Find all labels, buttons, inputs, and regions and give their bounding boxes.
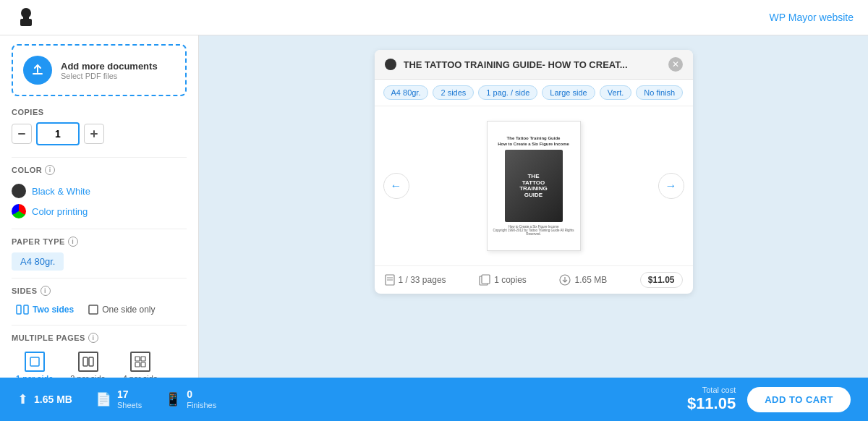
finishes-stat-label: Finishes bbox=[187, 401, 216, 410]
total-section: Total cost $11.05 ADD TO CART bbox=[687, 386, 851, 413]
pages-info-text: 1 / 33 pages bbox=[399, 275, 446, 285]
preview-area: THE TATTOO TRAINING GUIDE- HOW TO CREAT.… bbox=[199, 35, 868, 378]
multiple-pages-info-icon[interactable]: i bbox=[88, 333, 98, 343]
sidebar: Add more documents Select PDF files COPI… bbox=[0, 35, 199, 378]
sheets-stat-label: Sheets bbox=[117, 401, 142, 410]
paper-type-label: PAPER TYPE i bbox=[12, 237, 187, 247]
document-close-button[interactable]: ✕ bbox=[668, 57, 683, 72]
tag-finish: No finish bbox=[636, 85, 683, 100]
bottom-bar: ⬆ 1.65 MB 📄 17 Sheets 📱 0 Finishes Total… bbox=[0, 378, 868, 421]
total-amount: $11.05 bbox=[687, 394, 736, 413]
copies-decrease-button[interactable] bbox=[12, 124, 32, 144]
page-thumbnail: The Tattoo Training GuideHow to Create a… bbox=[487, 121, 581, 251]
svg-rect-7 bbox=[24, 305, 28, 314]
logo-area bbox=[14, 6, 38, 29]
sheets-stat: 📄 17 Sheets bbox=[95, 388, 142, 410]
color-info-icon[interactable]: i bbox=[45, 165, 55, 175]
sides-one-label: One side only bbox=[102, 305, 155, 315]
thumb-book-text: THETATTOOTRAININGGUIDE bbox=[519, 174, 548, 199]
pages-1pp-option[interactable]: 1 per side bbox=[12, 349, 57, 378]
next-page-button[interactable]: → bbox=[658, 173, 684, 199]
pages-4pp-icon bbox=[130, 352, 150, 372]
svg-rect-34 bbox=[482, 275, 490, 284]
filesize-info: 1.65 MB bbox=[559, 274, 607, 286]
pages-2pp-icon bbox=[78, 352, 98, 372]
copies-input[interactable]: 1 bbox=[36, 122, 80, 145]
document-icon-circle bbox=[385, 59, 396, 70]
color-option-color[interactable]: Color printing bbox=[12, 201, 187, 221]
upload-subtitle: Select PDF files bbox=[61, 72, 158, 80]
pages-2pp-option[interactable]: 2 per side bbox=[66, 349, 109, 378]
tag-pages-per-side: 1 pag. / side bbox=[478, 85, 537, 100]
thumb-footer: How to Create a Six Figure IncomeCopyrig… bbox=[492, 225, 576, 236]
sheets-stat-value: 17 bbox=[117, 388, 142, 401]
color-option-bw[interactable]: Black & White bbox=[12, 181, 187, 201]
top-bar: WP Mayor website bbox=[0, 0, 868, 35]
multiple-pages-label: MULTIPLE PAGES i bbox=[12, 333, 187, 343]
svg-rect-1 bbox=[20, 19, 32, 26]
copies-label: COPIES bbox=[12, 108, 187, 116]
filesize-stat: ⬆ 1.65 MB bbox=[17, 391, 72, 407]
copies-increase-button[interactable] bbox=[84, 124, 104, 144]
finishes-stat: 📱 0 Finishes bbox=[165, 388, 216, 410]
sheets-stat-icon: 📄 bbox=[95, 391, 111, 407]
upload-icon bbox=[23, 56, 52, 85]
document-info-bar: 1 / 33 pages 1 copies 1.65 MB $ bbox=[375, 265, 693, 294]
svg-rect-9 bbox=[30, 357, 39, 366]
svg-rect-3 bbox=[18, 133, 25, 135]
color-label-text: Color printing bbox=[32, 206, 88, 217]
svg-rect-12 bbox=[135, 357, 140, 361]
sides-label: SIDES i bbox=[12, 286, 187, 296]
filesize-stat-value: 1.65 MB bbox=[34, 394, 72, 406]
wp-mayor-logo bbox=[14, 6, 38, 29]
svg-rect-15 bbox=[141, 362, 145, 367]
document-tags: A4 80gr. 2 sides 1 pag. / side Large sid… bbox=[375, 80, 693, 106]
add-to-cart-button[interactable]: ADD TO CART bbox=[747, 387, 851, 412]
upload-title: Add more documents bbox=[61, 61, 158, 72]
sides-info-icon[interactable]: i bbox=[41, 286, 51, 296]
svg-rect-5 bbox=[90, 133, 98, 135]
bw-dot bbox=[12, 184, 26, 198]
svg-rect-8 bbox=[89, 305, 98, 314]
svg-rect-10 bbox=[83, 357, 88, 366]
color-dot bbox=[12, 204, 26, 218]
sides-one-button[interactable]: One side only bbox=[84, 302, 159, 318]
document-preview-body: ← The Tattoo Training GuideHow to Create… bbox=[375, 106, 693, 265]
color-label: COLOR i bbox=[12, 165, 187, 175]
document-card: THE TATTOO TRAINING GUIDE- HOW TO CREAT.… bbox=[375, 50, 693, 294]
sides-two-button[interactable]: Two sides bbox=[12, 302, 78, 318]
svg-rect-13 bbox=[141, 357, 145, 361]
copies-info: 1 copies bbox=[479, 274, 527, 286]
upload-area[interactable]: Add more documents Select PDF files bbox=[12, 44, 187, 96]
pages-1pp-icon bbox=[25, 352, 45, 372]
tag-paper: A4 80gr. bbox=[383, 85, 429, 100]
filesize-info-text: 1.65 MB bbox=[574, 275, 607, 285]
finishes-stat-value: 0 bbox=[187, 388, 216, 401]
main-content: Add more documents Select PDF files COPI… bbox=[0, 35, 868, 378]
document-price: $11.05 bbox=[640, 272, 683, 288]
sides-options: Two sides One side only bbox=[12, 302, 187, 318]
paper-type-info-icon[interactable]: i bbox=[68, 237, 78, 247]
total-label: Total cost bbox=[702, 386, 736, 394]
svg-rect-6 bbox=[17, 305, 21, 314]
thumb-book-cover: THETATTOOTRAININGGUIDE bbox=[505, 150, 563, 222]
sides-two-label: Two sides bbox=[33, 305, 74, 315]
tag-orientation: Vert. bbox=[600, 85, 632, 100]
copies-row: 1 bbox=[12, 122, 187, 145]
svg-rect-2 bbox=[23, 16, 29, 20]
prev-page-button[interactable]: ← bbox=[383, 173, 409, 199]
paper-type-button[interactable]: A4 80gr. bbox=[12, 252, 64, 271]
document-card-header: THE TATTOO TRAINING GUIDE- HOW TO CREAT.… bbox=[375, 50, 693, 80]
pages-4pp-option[interactable]: 4 per side bbox=[119, 349, 162, 378]
filesize-stat-icon: ⬆ bbox=[17, 391, 28, 407]
svg-rect-14 bbox=[135, 362, 140, 367]
tag-sides: 2 sides bbox=[433, 85, 474, 100]
wp-mayor-link[interactable]: WP Mayor website bbox=[770, 12, 854, 23]
pages-info: 1 / 33 pages bbox=[385, 274, 446, 286]
finishes-stat-icon: 📱 bbox=[165, 391, 181, 407]
thumb-title: The Tattoo Training GuideHow to Create a… bbox=[498, 136, 569, 148]
pages-options: 1 per side 2 per side bbox=[12, 349, 187, 378]
bw-label: Black & White bbox=[32, 186, 90, 197]
tag-size: Large side bbox=[542, 85, 595, 100]
svg-rect-11 bbox=[89, 357, 93, 366]
